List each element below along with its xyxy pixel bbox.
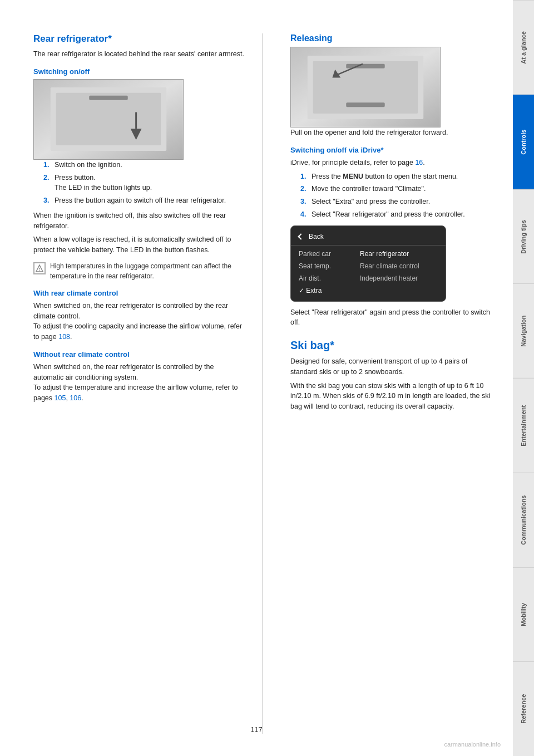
without-climate-title: Without rear climate control xyxy=(33,350,245,359)
step-2: 2. Press button.The LED in the button li… xyxy=(43,173,245,194)
after-menu-text: Select "Rear refrigerator" again and pre… xyxy=(290,307,496,328)
switching-title: Switching on/off xyxy=(33,67,245,76)
steps-list-left: 1. Switch on the ignition. 2. Press butt… xyxy=(43,160,245,206)
intro-text: The rear refrigerator is located behind … xyxy=(33,49,245,60)
idrive-title: Switching on/off via iDrive* xyxy=(290,146,496,154)
with-climate-text: When switched on, the rear refrigerator … xyxy=(33,301,245,342)
releasing-title: Releasing xyxy=(290,33,496,43)
sidebar-tab-entertainment[interactable]: Entertainment xyxy=(513,378,534,473)
svg-rect-2 xyxy=(56,93,161,145)
menu-row-parked: Parked car Rear refrigerator xyxy=(291,248,446,260)
svg-rect-3 xyxy=(89,96,127,100)
para2: When a low voltage is reached, it is aut… xyxy=(33,234,245,256)
idrive-step-1: 1. Press the MENU button to open the sta… xyxy=(300,171,496,182)
step-1: 1. Switch on the ignition. xyxy=(43,160,245,170)
svg-rect-15 xyxy=(346,102,384,107)
fridge-image-right xyxy=(290,47,441,127)
note-text: High temperatures in the luggage compart… xyxy=(50,261,245,281)
menu-screenshot: Back Parked car Rear refrigerator Seat t… xyxy=(290,225,446,302)
fridge-image-left xyxy=(33,79,184,160)
page-link-108[interactable]: 108 xyxy=(58,333,70,341)
page-link-106[interactable]: 106 xyxy=(70,394,81,402)
idrive-step-2: 2. Move the controller toward "Climate". xyxy=(300,184,496,194)
menu-row-extra: ✓ Extra xyxy=(291,284,446,297)
idrive-steps-list: 1. Press the MENU button to open the sta… xyxy=(300,171,496,220)
menu-back-row: Back xyxy=(291,230,446,243)
idrive-intro: iDrive, for principle details, refer to … xyxy=(290,158,496,168)
note-icon xyxy=(33,262,46,274)
sidebar-tab-reference[interactable]: Reference xyxy=(513,661,534,756)
with-climate-title: With rear climate control xyxy=(33,289,245,297)
sidebar-tab-navigation[interactable]: Navigation xyxy=(513,283,534,378)
para1: When the ignition is switched off, this … xyxy=(33,210,245,232)
step-3: 3. Press the button again to switch off … xyxy=(43,195,245,206)
main-title: Rear refrigerator* xyxy=(33,33,245,45)
back-arrow-icon xyxy=(298,233,304,239)
sidebar: At a glance Controls Driving tips Naviga… xyxy=(513,0,534,756)
menu-row-seat: Seat temp. Rear climate control xyxy=(291,260,446,272)
menu-divider xyxy=(291,245,446,246)
sidebar-tab-driving-tips[interactable]: Driving tips xyxy=(513,189,534,284)
page-container: Rear refrigerator* The rear refrigerator… xyxy=(0,0,534,756)
menu-row-airdist: Air dist. Independent heater xyxy=(291,272,446,284)
page-link-105[interactable]: 105 xyxy=(55,394,66,402)
sidebar-tab-communications[interactable]: Communications xyxy=(513,473,534,567)
idrive-step-3: 3. Select "Extra" and press the controll… xyxy=(300,197,496,207)
releasing-text: Pull on the opener and fold the refriger… xyxy=(290,127,496,138)
left-column: Rear refrigerator* The rear refrigerator… xyxy=(33,33,245,734)
without-climate-text: When switched on, the rear refrigerator … xyxy=(33,362,245,404)
svg-rect-12 xyxy=(346,63,384,68)
watermark: carmanualonline.info xyxy=(444,741,501,748)
ski-para2: With the ski bag you can stow skis with … xyxy=(290,381,496,412)
sidebar-tab-mobility[interactable]: Mobility xyxy=(513,567,534,662)
ski-para1: Designed for safe, convenient transport … xyxy=(290,356,496,377)
page-number: 117 xyxy=(250,725,263,734)
main-content: Rear refrigerator* The rear refrigerator… xyxy=(0,0,513,756)
right-column: Releasing xyxy=(279,33,496,734)
sidebar-tab-at-a-glance[interactable]: At a glance xyxy=(513,0,534,95)
svg-point-8 xyxy=(39,270,40,271)
note-box: High temperatures in the luggage compart… xyxy=(33,261,245,281)
ski-bag-title: Ski bag* xyxy=(290,339,496,352)
sidebar-tab-controls[interactable]: Controls xyxy=(513,95,534,189)
column-separator xyxy=(262,33,263,734)
page-link-16[interactable]: 16 xyxy=(415,159,423,166)
idrive-step-4: 4. Select "Rear refrigerator" and press … xyxy=(300,209,496,220)
